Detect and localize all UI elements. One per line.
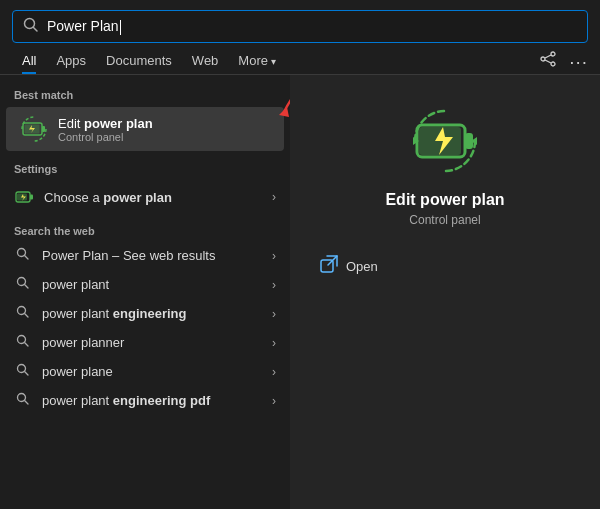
web-item-text-3: power planner: [42, 335, 272, 350]
search-container: Power Plan All Apps Documents Web More ▾…: [0, 0, 600, 509]
main-content: Best match: [0, 75, 600, 509]
settings-label: Settings: [0, 159, 290, 179]
tabs-bar: All Apps Documents Web More ▾ ···: [0, 43, 600, 75]
web-item-1[interactable]: power plant ›: [0, 270, 290, 299]
svg-rect-8: [42, 126, 45, 132]
best-match-subtitle: Control panel: [58, 131, 153, 143]
web-item-text-0: Power Plan – See web results: [42, 248, 272, 263]
settings-item-icon: [14, 186, 36, 208]
web-item-chevron-1: ›: [272, 278, 276, 292]
web-item-chevron-2: ›: [272, 307, 276, 321]
web-search-label: Search the web: [0, 221, 290, 241]
svg-marker-11: [279, 107, 289, 117]
more-options-icon[interactable]: ···: [569, 51, 588, 73]
right-panel: Edit power plan Control panel Open: [290, 75, 600, 509]
web-search-icon-2: [14, 305, 32, 322]
svg-point-2: [551, 52, 555, 56]
svg-line-27: [25, 401, 28, 404]
svg-line-17: [25, 256, 28, 259]
svg-point-16: [18, 249, 26, 257]
svg-line-19: [25, 285, 28, 288]
web-item-5[interactable]: power plant engineering pdf ›: [0, 386, 290, 415]
web-search-icon-4: [14, 363, 32, 380]
svg-rect-13: [30, 195, 33, 200]
best-match-label: Best match: [0, 85, 290, 105]
open-link-icon: [320, 255, 338, 277]
web-item-chevron-5: ›: [272, 394, 276, 408]
web-item-2[interactable]: power plant engineering ›: [0, 299, 290, 328]
tab-apps[interactable]: Apps: [46, 49, 96, 74]
tab-web[interactable]: Web: [182, 49, 229, 74]
web-item-3[interactable]: power planner ›: [0, 328, 290, 357]
web-search-icon-0: [14, 247, 32, 264]
best-match-item[interactable]: Edit power plan Control panel: [6, 107, 284, 151]
tab-more[interactable]: More ▾: [228, 49, 286, 74]
web-item-chevron-3: ›: [272, 336, 276, 350]
best-match-title: Edit power plan: [58, 116, 153, 131]
svg-line-21: [25, 314, 28, 317]
svg-line-25: [25, 372, 28, 375]
search-input[interactable]: Power Plan: [47, 18, 577, 35]
web-item-text-5: power plant engineering pdf: [42, 393, 272, 408]
svg-point-3: [541, 57, 545, 61]
open-label[interactable]: Open: [346, 259, 378, 274]
svg-line-23: [25, 343, 28, 346]
search-bar[interactable]: Power Plan: [12, 10, 588, 43]
right-app-name: Edit power plan: [385, 191, 504, 209]
best-match-text: Edit power plan Control panel: [58, 116, 153, 143]
tab-documents[interactable]: Documents: [96, 49, 182, 74]
svg-point-20: [18, 307, 26, 315]
web-item-chevron-4: ›: [272, 365, 276, 379]
svg-point-4: [551, 62, 555, 66]
web-search-icon-5: [14, 392, 32, 409]
web-item-text-1: power plant: [42, 277, 272, 292]
web-search-icon-1: [14, 276, 32, 293]
best-match-icon: [20, 115, 48, 143]
svg-line-6: [545, 60, 551, 63]
web-item-chevron-0: ›: [272, 249, 276, 263]
right-app-icon: [409, 105, 481, 177]
web-item-text-4: power plane: [42, 364, 272, 379]
web-item-4[interactable]: power plane ›: [0, 357, 290, 386]
svg-point-18: [18, 278, 26, 286]
svg-point-26: [18, 394, 26, 402]
settings-item-power-plan[interactable]: Choose a power plan ›: [0, 179, 290, 215]
svg-point-22: [18, 336, 26, 344]
web-item-0[interactable]: Power Plan – See web results ›: [0, 241, 290, 270]
chevron-right-icon: ›: [272, 190, 276, 204]
search-icon: [23, 17, 39, 36]
left-panel: Best match: [0, 75, 290, 509]
tab-all[interactable]: All: [12, 49, 46, 74]
chevron-down-icon: ▾: [271, 56, 276, 67]
svg-line-1: [34, 28, 38, 32]
svg-point-24: [18, 365, 26, 373]
open-button[interactable]: Open: [320, 255, 378, 277]
right-app-subtitle: Control panel: [409, 213, 480, 227]
svg-line-5: [545, 55, 551, 58]
settings-item-text: Choose a power plan: [44, 190, 272, 205]
share-icon[interactable]: [539, 50, 557, 73]
web-item-text-2: power plant engineering: [42, 306, 272, 321]
web-search-icon-3: [14, 334, 32, 351]
